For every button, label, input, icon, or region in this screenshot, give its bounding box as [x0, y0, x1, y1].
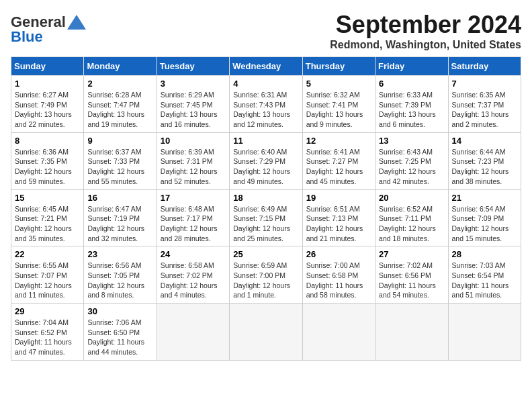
calendar-cell: 7 Sunrise: 6:35 AMSunset: 7:37 PMDayligh… [448, 76, 521, 133]
calendar-cell: 29 Sunrise: 7:04 AMSunset: 6:52 PMDaylig… [11, 304, 84, 361]
calendar-cell: 24 Sunrise: 6:58 AMSunset: 7:02 PMDaylig… [157, 246, 229, 304]
day-number: 8 [15, 136, 80, 146]
page-header: General Blue September 2024 Redmond, Was… [11, 11, 521, 51]
calendar-cell [375, 304, 448, 361]
day-info: Sunrise: 6:55 AMSunset: 7:07 PMDaylight:… [15, 261, 72, 299]
day-info: Sunrise: 6:35 AMSunset: 7:37 PMDaylight:… [452, 91, 509, 128]
day-info: Sunrise: 6:43 AMSunset: 7:25 PMDaylight:… [379, 148, 436, 185]
day-info: Sunrise: 7:06 AMSunset: 6:50 PMDaylight:… [87, 318, 144, 356]
calendar-cell: 9 Sunrise: 6:37 AMSunset: 7:33 PMDayligh… [84, 132, 157, 189]
header-thursday: Thursday [302, 57, 375, 76]
day-info: Sunrise: 7:02 AMSunset: 6:56 PMDaylight:… [379, 261, 436, 299]
day-info: Sunrise: 7:03 AMSunset: 6:54 PMDaylight:… [452, 261, 509, 299]
calendar-cell: 26 Sunrise: 7:00 AMSunset: 6:58 PMDaylig… [302, 246, 375, 304]
day-number: 21 [452, 193, 517, 203]
day-info: Sunrise: 6:39 AMSunset: 7:31 PMDaylight:… [161, 148, 218, 185]
day-info: Sunrise: 6:51 AMSunset: 7:13 PMDaylight:… [306, 205, 363, 242]
calendar-cell: 28 Sunrise: 7:03 AMSunset: 6:54 PMDaylig… [448, 246, 521, 304]
day-number: 2 [87, 79, 152, 89]
header-friday: Friday [375, 57, 448, 76]
calendar-cell: 18 Sunrise: 6:49 AMSunset: 7:15 PMDaylig… [230, 189, 302, 246]
day-number: 16 [87, 193, 152, 203]
day-info: Sunrise: 6:52 AMSunset: 7:11 PMDaylight:… [379, 205, 436, 242]
calendar-cell: 3 Sunrise: 6:29 AMSunset: 7:45 PMDayligh… [157, 76, 229, 133]
day-number: 25 [233, 249, 298, 259]
day-info: Sunrise: 6:45 AMSunset: 7:21 PMDaylight:… [15, 205, 72, 242]
calendar-cell: 12 Sunrise: 6:41 AMSunset: 7:27 PMDaylig… [302, 132, 375, 189]
day-number: 1 [15, 79, 80, 89]
calendar-cell: 15 Sunrise: 6:45 AMSunset: 7:21 PMDaylig… [11, 189, 84, 246]
day-number: 30 [87, 306, 152, 316]
day-number: 4 [233, 79, 298, 89]
calendar-cell: 17 Sunrise: 6:48 AMSunset: 7:17 PMDaylig… [157, 189, 229, 246]
calendar-cell: 22 Sunrise: 6:55 AMSunset: 7:07 PMDaylig… [11, 246, 84, 304]
day-number: 24 [161, 249, 226, 259]
title-block: September 2024 Redmond, Washington, Unit… [330, 11, 521, 51]
day-info: Sunrise: 6:31 AMSunset: 7:43 PMDaylight:… [233, 91, 290, 128]
calendar-cell: 21 Sunrise: 6:54 AMSunset: 7:09 PMDaylig… [448, 189, 521, 246]
calendar-cell: 19 Sunrise: 6:51 AMSunset: 7:13 PMDaylig… [302, 189, 375, 246]
day-number: 9 [87, 136, 152, 146]
day-info: Sunrise: 6:58 AMSunset: 7:02 PMDaylight:… [161, 261, 218, 299]
calendar-cell [302, 304, 375, 361]
day-info: Sunrise: 6:37 AMSunset: 7:33 PMDaylight:… [87, 148, 144, 185]
header-monday: Monday [84, 57, 157, 76]
day-info: Sunrise: 6:56 AMSunset: 7:05 PMDaylight:… [87, 261, 144, 299]
header-saturday: Saturday [448, 57, 521, 76]
day-info: Sunrise: 6:41 AMSunset: 7:27 PMDaylight:… [306, 148, 363, 185]
calendar-cell: 10 Sunrise: 6:39 AMSunset: 7:31 PMDaylig… [157, 132, 229, 189]
header-sunday: Sunday [11, 57, 84, 76]
day-number: 13 [379, 136, 444, 146]
calendar-cell: 30 Sunrise: 7:06 AMSunset: 6:50 PMDaylig… [84, 304, 157, 361]
calendar-cell: 13 Sunrise: 6:43 AMSunset: 7:25 PMDaylig… [375, 132, 448, 189]
day-info: Sunrise: 6:27 AMSunset: 7:49 PMDaylight:… [15, 91, 72, 128]
day-info: Sunrise: 6:29 AMSunset: 7:45 PMDaylight:… [161, 91, 218, 128]
day-info: Sunrise: 6:54 AMSunset: 7:09 PMDaylight:… [452, 205, 509, 242]
day-number: 20 [379, 193, 444, 203]
day-number: 14 [452, 136, 517, 146]
day-number: 22 [15, 249, 80, 259]
logo: General Blue [11, 13, 86, 46]
calendar-cell [230, 304, 302, 361]
logo-icon [67, 15, 86, 30]
day-number: 29 [15, 306, 80, 316]
day-number: 19 [306, 193, 371, 203]
day-info: Sunrise: 7:00 AMSunset: 6:58 PMDaylight:… [306, 261, 363, 299]
calendar-cell: 27 Sunrise: 7:02 AMSunset: 6:56 PMDaylig… [375, 246, 448, 304]
svg-marker-0 [67, 15, 86, 30]
day-info: Sunrise: 6:40 AMSunset: 7:29 PMDaylight:… [233, 148, 290, 185]
location: Redmond, Washington, United States [330, 39, 521, 51]
calendar-week-row: 8 Sunrise: 6:36 AMSunset: 7:35 PMDayligh… [11, 132, 521, 189]
calendar-cell: 4 Sunrise: 6:31 AMSunset: 7:43 PMDayligh… [230, 76, 302, 133]
calendar-cell: 5 Sunrise: 6:32 AMSunset: 7:41 PMDayligh… [302, 76, 375, 133]
calendar-cell [448, 304, 521, 361]
calendar-cell: 1 Sunrise: 6:27 AMSunset: 7:49 PMDayligh… [11, 76, 84, 133]
header-wednesday: Wednesday [230, 57, 302, 76]
month-title: September 2024 [330, 11, 521, 39]
day-number: 10 [161, 136, 226, 146]
day-info: Sunrise: 7:04 AMSunset: 6:52 PMDaylight:… [15, 318, 72, 356]
calendar-table: Sunday Monday Tuesday Wednesday Thursday… [11, 56, 521, 361]
day-info: Sunrise: 6:47 AMSunset: 7:19 PMDaylight:… [87, 205, 144, 242]
day-number: 6 [379, 79, 444, 89]
day-number: 7 [452, 79, 517, 89]
day-number: 3 [161, 79, 226, 89]
calendar-cell: 25 Sunrise: 6:59 AMSunset: 7:00 PMDaylig… [230, 246, 302, 304]
day-info: Sunrise: 6:49 AMSunset: 7:15 PMDaylight:… [233, 205, 290, 242]
day-info: Sunrise: 6:48 AMSunset: 7:17 PMDaylight:… [161, 205, 218, 242]
day-number: 5 [306, 79, 371, 89]
day-info: Sunrise: 6:33 AMSunset: 7:39 PMDaylight:… [379, 91, 436, 128]
day-info: Sunrise: 6:36 AMSunset: 7:35 PMDaylight:… [15, 148, 72, 185]
calendar-week-row: 22 Sunrise: 6:55 AMSunset: 7:07 PMDaylig… [11, 246, 521, 304]
calendar-cell: 2 Sunrise: 6:28 AMSunset: 7:47 PMDayligh… [84, 76, 157, 133]
day-number: 11 [233, 136, 298, 146]
day-number: 17 [161, 193, 226, 203]
day-number: 12 [306, 136, 371, 146]
calendar-week-row: 1 Sunrise: 6:27 AMSunset: 7:49 PMDayligh… [11, 76, 521, 133]
calendar-week-row: 29 Sunrise: 7:04 AMSunset: 6:52 PMDaylig… [11, 304, 521, 361]
calendar-week-row: 15 Sunrise: 6:45 AMSunset: 7:21 PMDaylig… [11, 189, 521, 246]
day-number: 26 [306, 249, 371, 259]
calendar-header-row: Sunday Monday Tuesday Wednesday Thursday… [11, 57, 521, 76]
calendar-cell: 14 Sunrise: 6:44 AMSunset: 7:23 PMDaylig… [448, 132, 521, 189]
day-number: 15 [15, 193, 80, 203]
